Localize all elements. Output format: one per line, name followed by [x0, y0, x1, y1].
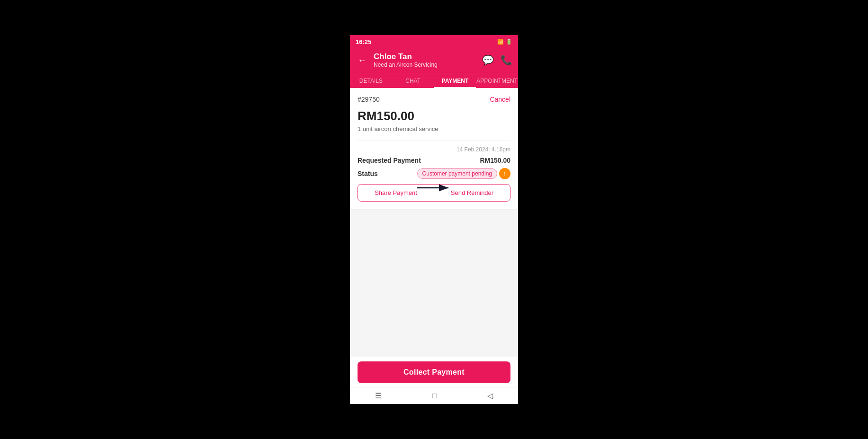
- payment-card: #29750 Cancel RM150.00 1 unit aircon che…: [350, 88, 518, 210]
- contact-name: Chloe Tan: [374, 52, 477, 61]
- requested-payment-row: Requested Payment RM150.00: [358, 157, 510, 164]
- status-section: Status Customer payment pending !: [358, 170, 510, 177]
- home-icon[interactable]: □: [432, 392, 437, 400]
- header-actions: 💬 📞: [482, 54, 512, 66]
- divider: [358, 140, 510, 140]
- status-badge-annotation: Customer payment pending: [417, 169, 497, 177]
- status-icons: 📶 🔋: [497, 39, 512, 45]
- back-button[interactable]: ←: [356, 54, 369, 67]
- phone-icon[interactable]: 📞: [501, 54, 512, 66]
- service-description: 1 unit aircon chemical service: [358, 125, 510, 132]
- bottom-section: Collect Payment: [350, 357, 518, 387]
- tab-details[interactable]: DETAILS: [350, 73, 392, 88]
- content-spacer: [350, 210, 518, 357]
- card-header: #29750 Cancel: [358, 96, 510, 103]
- header-info: Chloe Tan Need an Aircon Servicing: [374, 52, 477, 68]
- tab-payment[interactable]: PAYMENT: [434, 73, 476, 88]
- whatsapp-icon[interactable]: 💬: [482, 54, 494, 66]
- cancel-button[interactable]: Cancel: [490, 96, 510, 103]
- battery-icon: 🔋: [506, 39, 512, 45]
- payment-date: 14 Feb 2024: 4.16pm: [456, 146, 510, 153]
- status-badge: Customer payment pending: [417, 168, 497, 179]
- phone-screen: 16:25 📶 🔋 ← Chloe Tan Need an Aircon Ser…: [350, 35, 518, 404]
- requested-payment-label: Requested Payment: [358, 157, 421, 164]
- collect-payment-button[interactable]: Collect Payment: [358, 361, 510, 383]
- back-nav-icon[interactable]: ◁: [487, 391, 493, 400]
- invoice-number: #29750: [358, 96, 380, 103]
- tab-appointment[interactable]: APPOINTMENT: [476, 73, 518, 88]
- contact-subtitle: Need an Aircon Servicing: [374, 61, 477, 68]
- status-bar: 16:25 📶 🔋: [350, 35, 518, 48]
- payment-amount: RM150.00: [358, 109, 510, 123]
- status-label: Status: [358, 170, 378, 177]
- menu-icon[interactable]: ☰: [375, 391, 382, 400]
- date-row: 14 Feb 2024: 4.16pm: [358, 146, 510, 153]
- header: ← Chloe Tan Need an Aircon Servicing 💬 📞: [350, 48, 518, 73]
- tab-chat[interactable]: CHAT: [392, 73, 434, 88]
- wifi-icon: 📶: [497, 39, 504, 45]
- content-area: #29750 Cancel RM150.00 1 unit aircon che…: [350, 88, 518, 357]
- requested-payment-amount: RM150.00: [480, 157, 510, 164]
- nav-bar: ☰ □ ◁: [350, 387, 518, 404]
- annotation-arrow: [415, 181, 453, 194]
- tab-bar: DETAILS CHAT PAYMENT APPOINTMENT: [350, 73, 518, 88]
- notification-badge: !: [499, 168, 510, 179]
- status-time: 16:25: [356, 38, 371, 45]
